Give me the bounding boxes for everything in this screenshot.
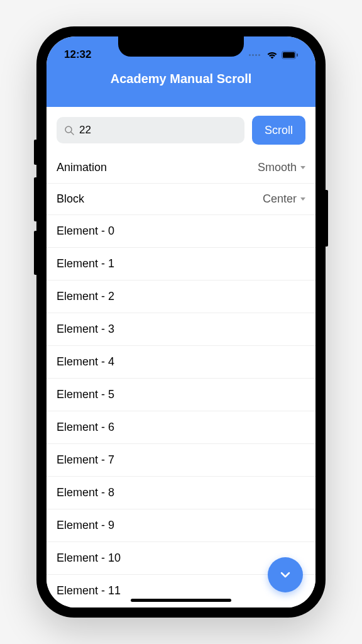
volume-down-button — [34, 231, 36, 275]
volume-up-button — [34, 177, 36, 221]
list-item[interactable]: Element - 6 — [47, 411, 315, 444]
list-item[interactable]: Element - 8 — [47, 477, 315, 509]
option-block-row: Block Center — [47, 184, 315, 215]
search-row: Scroll — [47, 107, 315, 152]
svg-line-4 — [71, 132, 74, 135]
option-animation-label: Animation — [57, 161, 107, 174]
home-indicator[interactable] — [131, 599, 231, 602]
phone-frame: 12:32 Academy Manual Scroll Scroll — [36, 26, 326, 618]
search-icon — [64, 125, 74, 135]
option-block-value: Center — [263, 192, 297, 206]
list-item[interactable]: Element - 0 — [47, 215, 315, 248]
scroll-button[interactable]: Scroll — [252, 116, 305, 145]
option-animation-select[interactable]: Smooth — [258, 161, 305, 174]
option-animation-row: Animation Smooth — [47, 152, 315, 184]
list-item[interactable]: Element - 7 — [47, 444, 315, 477]
search-input[interactable] — [79, 124, 237, 136]
svg-rect-1 — [283, 52, 295, 58]
status-right — [249, 51, 298, 59]
wifi-icon — [266, 51, 278, 59]
option-block-select[interactable]: Center — [263, 192, 305, 206]
content-area[interactable]: Scroll Animation Smooth Block Center Ele… — [47, 107, 315, 608]
list-item[interactable]: Element - 4 — [47, 346, 315, 379]
notch — [118, 36, 244, 57]
option-block-label: Block — [57, 192, 84, 206]
status-time: 12:32 — [64, 48, 91, 61]
cellular-icon — [249, 54, 260, 56]
battery-icon — [282, 51, 298, 59]
list-item[interactable]: Element - 9 — [47, 509, 315, 542]
list-item[interactable]: Element - 3 — [47, 313, 315, 346]
list-item[interactable]: Element - 5 — [47, 379, 315, 411]
list-item[interactable]: Element - 2 — [47, 280, 315, 313]
list-item[interactable]: Element - 1 — [47, 248, 315, 280]
app-header: Academy Manual Scroll — [47, 67, 315, 107]
scroll-down-fab[interactable] — [268, 557, 303, 592]
chevron-down-icon — [278, 568, 292, 582]
chevron-down-icon — [300, 166, 305, 169]
search-box[interactable] — [57, 117, 244, 143]
option-animation-value: Smooth — [258, 161, 297, 174]
page-title: Academy Manual Scroll — [111, 72, 252, 86]
chevron-down-icon — [300, 197, 305, 201]
svg-rect-2 — [297, 53, 298, 57]
screen: 12:32 Academy Manual Scroll Scroll — [47, 36, 315, 608]
power-button — [326, 190, 328, 247]
